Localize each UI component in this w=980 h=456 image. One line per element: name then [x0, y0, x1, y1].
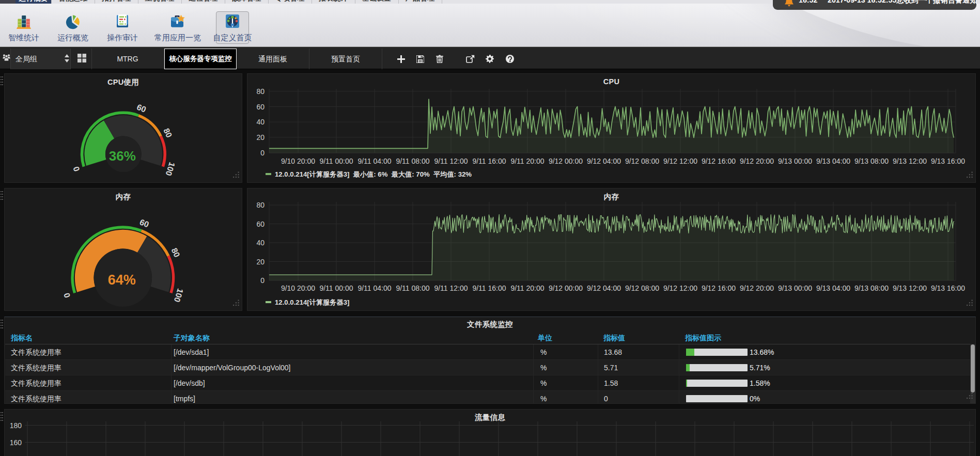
svg-text:0: 0 [72, 165, 82, 172]
svg-text:160: 160 [10, 438, 22, 447]
svg-text:9/12 16:00: 9/12 16:00 [702, 284, 736, 292]
svg-text:9/10 20:00: 9/10 20:00 [281, 157, 315, 165]
svg-text:9/13 08:00: 9/13 08:00 [854, 157, 889, 165]
svg-text:40: 40 [256, 118, 265, 126]
svg-text:20: 20 [256, 258, 265, 266]
svg-text:60: 60 [135, 103, 147, 114]
svg-text:60: 60 [138, 217, 150, 229]
svg-text:100: 100 [164, 161, 176, 177]
svg-text:9/12 20:00: 9/12 20:00 [740, 284, 774, 292]
svg-text:9/13 12:00: 9/13 12:00 [893, 157, 927, 165]
svg-text:9/12 04:00: 9/12 04:00 [587, 284, 621, 292]
svg-text:80: 80 [256, 87, 265, 96]
svg-text:180: 180 [10, 421, 22, 430]
svg-text:80: 80 [170, 246, 182, 258]
svg-text:9/13 08:00: 9/13 08:00 [854, 284, 889, 292]
svg-text:9/12 00:00: 9/12 00:00 [549, 284, 583, 292]
svg-text:9/11 20:00: 9/11 20:00 [510, 157, 544, 165]
svg-text:60: 60 [256, 220, 265, 228]
svg-text:0: 0 [260, 276, 265, 285]
svg-text:9/12 12:00: 9/12 12:00 [663, 157, 697, 165]
svg-text:9/12 04:00: 9/12 04:00 [587, 157, 621, 165]
svg-text:9/11 16:00: 9/11 16:00 [472, 157, 506, 165]
svg-text:9/11 04:00: 9/11 04:00 [357, 284, 391, 292]
svg-text:0: 0 [62, 292, 72, 299]
svg-text:9/11 20:00: 9/11 20:00 [510, 284, 544, 292]
svg-text:9/11 12:00: 9/11 12:00 [434, 157, 468, 165]
svg-text:9/12 20:00: 9/12 20:00 [740, 157, 774, 165]
svg-text:80: 80 [256, 201, 265, 209]
svg-text:9/11 08:00: 9/11 08:00 [396, 284, 429, 292]
svg-text:9/11 12:00: 9/11 12:00 [434, 284, 468, 292]
svg-text:9/12 00:00: 9/12 00:00 [549, 157, 583, 165]
svg-text:9/11 08:00: 9/11 08:00 [396, 157, 429, 165]
svg-text:9/13 04:00: 9/13 04:00 [816, 157, 850, 165]
svg-text:80: 80 [162, 127, 174, 139]
svg-text:9/13 00:00: 9/13 00:00 [778, 157, 812, 165]
svg-text:36%: 36% [109, 148, 136, 164]
svg-text:9/13 16:00: 9/13 16:00 [931, 284, 965, 292]
svg-text:9/13 12:00: 9/13 12:00 [893, 284, 927, 292]
svg-text:9/10 20:00: 9/10 20:00 [281, 284, 315, 292]
svg-text:9/11 00:00: 9/11 00:00 [319, 284, 353, 292]
svg-text:9/11 16:00: 9/11 16:00 [472, 284, 506, 292]
svg-text:9/11 04:00: 9/11 04:00 [357, 157, 391, 165]
svg-text:9/12 08:00: 9/12 08:00 [625, 157, 659, 165]
svg-text:20: 20 [256, 133, 265, 141]
svg-text:9/13 16:00: 9/13 16:00 [931, 157, 965, 165]
svg-text:60: 60 [256, 103, 265, 111]
svg-text:9/12 12:00: 9/12 12:00 [663, 284, 697, 292]
svg-text:64%: 64% [108, 272, 136, 288]
svg-text:9/12 08:00: 9/12 08:00 [625, 284, 659, 292]
svg-text:0: 0 [260, 149, 265, 157]
svg-text:9/12 16:00: 9/12 16:00 [702, 157, 736, 165]
svg-text:9/13 00:00: 9/13 00:00 [778, 284, 812, 292]
svg-text:100: 100 [173, 288, 185, 304]
svg-text:9/13 04:00: 9/13 04:00 [816, 284, 850, 292]
svg-text:40: 40 [256, 239, 265, 247]
svg-text:9/11 00:00: 9/11 00:00 [319, 157, 353, 165]
